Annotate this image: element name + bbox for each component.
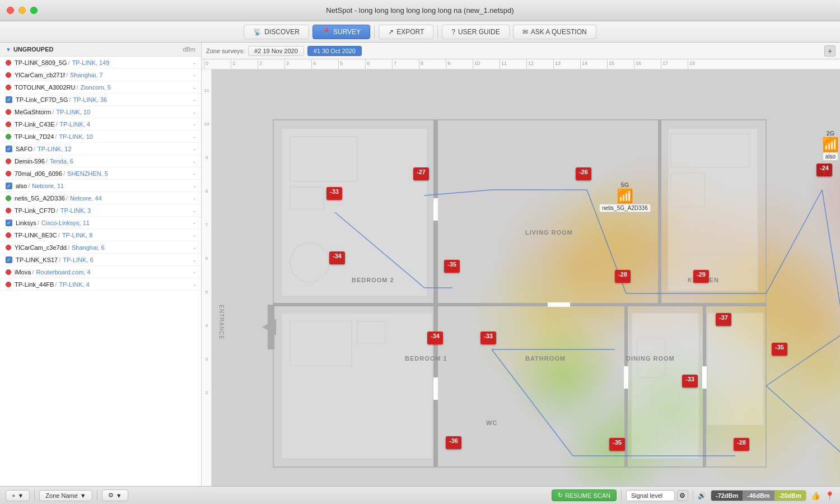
settings-arrow: ▼ [116,492,122,499]
sidebar-item[interactable]: YlCarCam_cb271f / Shanghai, 7- [0,69,201,81]
dot-indicator [6,282,11,287]
signal-value-3: -26 [576,167,591,180]
add-zone-button[interactable]: + [824,45,836,57]
discover-button[interactable]: 📡 DISCOVER [244,25,309,39]
ruler-mark: 16 [634,59,661,69]
sidebar-item[interactable]: TP-Link_7D24 / TP-LINK, 10- [0,130,201,143]
signal-marker-6: -35 [444,260,460,273]
checkbox-checked [6,183,12,189]
settings-icon: ⚙ [108,492,114,499]
sidebar-item[interactable]: SAFO / TP-LINK, 12- [0,143,201,155]
item-sub: Netcore, 44 [70,195,102,202]
add-btn-arrow: ▼ [17,492,24,499]
user-guide-button[interactable]: ? USER GUIDE [442,25,509,39]
sidebar-item[interactable]: MeGaShtorm / TP-LINK, 10- [0,106,201,118]
svg-text:2: 2 [206,390,208,395]
signal-marker-10: -33 [480,332,496,344]
ruler-mark: 13 [553,59,580,69]
item-name: TP-Link_7D24 [15,133,54,140]
signal-select[interactable]: Signal level [626,490,675,501]
dot-indicator [6,122,11,127]
zone-tab-1[interactable]: #2 19 Nov 2020 [248,46,304,56]
sidebar-item[interactable]: Demin-596 / Tenda, 6- [0,155,201,167]
dot-indicator [6,171,11,176]
bottom-right: ↻ RESUME SCAN Signal level ⚙ 🔊 -72dBm -4… [552,489,834,501]
item-sub: TP-LINK, 10 [56,109,90,115]
speaker-icon: 🔊 [698,492,706,500]
entrance-label: ENTRANCE [218,305,225,340]
sidebar-item[interactable]: TP-LINK_8E3C / TP-LINK, 8- [0,229,201,241]
export-button[interactable]: ↗ EXPORT [379,25,433,39]
ruler-mark: 12 [526,59,553,69]
resume-scan-button[interactable]: ↻ RESUME SCAN [552,489,617,501]
signal-value-4: -24 [816,164,832,176]
ruler-mark: 11 [500,59,526,69]
add-zone-button[interactable]: + ▼ [6,490,30,501]
sidebar-item[interactable]: netis_5G_A2D336 / Netcore, 44- [0,192,201,204]
wifi-band-2g: 2G [822,130,839,137]
ruler-mark: 10 [473,59,500,69]
signal-value-6: -35 [444,260,460,273]
sidebar-item[interactable]: TP-LINK_5809_5G / TP-LINK, 149- [0,57,201,69]
item-value: - [193,207,195,214]
bottom-bar: + ▼ Zone Name ▼ ⚙ ▼ ↻ RESUME SCAN Signal… [0,486,840,504]
sidebar-item[interactable]: 70mai_d06_6096 / SHENZHEN, 5- [0,167,201,180]
traffic-lights [7,7,38,14]
minimize-button[interactable] [18,7,26,14]
signal-value-10: -33 [480,332,496,344]
svg-rect-17 [282,128,427,296]
locate-icon[interactable]: 📍 [825,491,834,500]
item-value: - [193,269,195,276]
sidebar-item[interactable]: TP-LINK_KS17 / TP-LINK, 6- [0,254,201,266]
signal-marker-16: -28 [734,438,749,451]
ask-button[interactable]: ✉ ASK A QUESTION [513,25,596,39]
ruler-mark: 5 [338,59,365,69]
maximize-button[interactable] [30,7,38,14]
zone-tab-2[interactable]: #1 30 Oct 2020 [307,46,362,56]
svg-rect-19 [668,128,758,291]
sidebar-item[interactable]: YlCarCam_c3e7dd / Shanghai, 6- [0,241,201,254]
sidebar-item[interactable]: TP-Link_CF7D_5G / TP-LINK, 36- [0,94,201,106]
sidebar-item[interactable]: TP-Link_CF7D / TP-LINK, 3- [0,204,201,217]
bottom-sep1 [34,490,35,501]
settings-button[interactable]: ⚙ ▼ [102,489,128,501]
dot-indicator [6,158,11,164]
sidebar-item[interactable]: TP-Link_44FB / TP-LINK, 4- [0,278,201,291]
item-sub: Shanghai, 6 [72,244,105,251]
signal-marker-2: -27 [413,167,429,180]
item-name: TP-Link_CF7D_5G [16,96,68,103]
item-value: - [193,170,195,177]
signal-value-12: -35 [772,343,787,356]
item-value: - [193,96,195,103]
dbm-value-3: -20dBm [774,491,806,501]
close-button[interactable] [7,7,14,14]
survey-button[interactable]: 📍 SURVEY [312,25,370,39]
sidebar: ▼ UNGROUPED dBm TP-LINK_5809_5G / TP-LIN… [0,43,202,486]
sidebar-item[interactable]: TOTOLINK_A3002RU / Zioncom, 5- [0,81,201,94]
map-canvas[interactable]: -33 -27 -26 -24 -34 -35 -28 [212,69,840,486]
svg-line-48 [822,190,840,333]
zone-name-button[interactable]: Zone Name ▼ [39,490,92,501]
wifi-label-2g: also [823,152,838,161]
toolbar-divider [374,25,375,39]
export-icon: ↗ [388,28,394,36]
sidebar-item[interactable]: TP-Link_C43E / TP-LINK, 4- [0,118,201,130]
signal-settings-icon[interactable]: ⚙ [677,490,688,501]
sidebar-item[interactable]: also / Netcore, 11- [0,180,201,192]
item-value: - [193,220,195,226]
item-sub: TP-LINK, 6 [63,256,93,263]
signal-value-16: -28 [734,438,749,451]
dot-indicator [6,195,11,201]
sidebar-item[interactable]: Linksys / Cisco-Linksys, 11- [0,217,201,229]
thumbs-up-icon[interactable]: 👍 [811,491,820,500]
dot-indicator [6,72,11,78]
signal-marker-5: -34 [329,251,345,264]
sidebar-item[interactable]: iMova / Routerboard.com, 4- [0,266,201,278]
ruler-mark: 4 [311,59,338,69]
group-collapse-icon[interactable]: ▼ [6,46,11,53]
checkbox-checked [6,146,12,152]
signal-marker-13: -33 [682,375,698,388]
window-title: NetSpot - long long long long long long … [326,6,514,15]
item-value: - [193,158,195,165]
toolbar-divider2 [437,25,438,39]
